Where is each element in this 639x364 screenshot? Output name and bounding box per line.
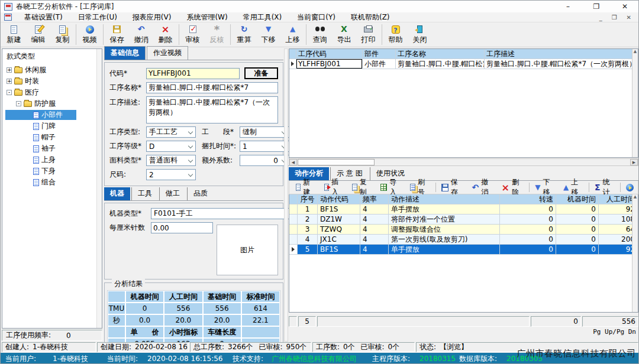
- tab-work-video[interactable]: 作业视频: [147, 46, 188, 60]
- tab-quality[interactable]: 品质: [187, 187, 214, 200]
- child-window-icon[interactable]: [4, 14, 12, 21]
- tree-item-upper-body[interactable]: 上身: [5, 155, 102, 165]
- code-input[interactable]: [146, 68, 240, 79]
- tree-item-door-plate[interactable]: 门牌: [5, 121, 102, 131]
- size-select[interactable]: 2: [146, 169, 196, 180]
- action-move-up-button[interactable]: ▲上移: [559, 181, 588, 193]
- move-up-button[interactable]: ▲上移: [280, 22, 305, 47]
- action-table-row[interactable]: 4 JX1C 4 第一次剪线(取及放剪刀) 0 0 200: [289, 235, 638, 245]
- frequency-header[interactable]: 频率: [360, 194, 389, 204]
- seq-header[interactable]: 序号: [298, 194, 318, 204]
- tree-item-hat[interactable]: 帽子: [5, 132, 102, 142]
- save-button[interactable]: 保存: [105, 22, 129, 47]
- help-button[interactable]: ?帮助: [383, 22, 408, 47]
- tree-item-sleeve[interactable]: 袖子: [5, 144, 102, 154]
- tree-item-casual[interactable]: +休闲服: [5, 65, 102, 75]
- action-insert-button[interactable]: 插入: [320, 181, 348, 193]
- action-play-button[interactable]: [622, 181, 638, 193]
- action-undo-button[interactable]: ↶撤消: [467, 181, 497, 193]
- action-save-button[interactable]: 保存: [437, 181, 467, 193]
- process-name-input[interactable]: [146, 82, 278, 93]
- action-new-button[interactable]: 新建: [292, 181, 320, 193]
- copy-button[interactable]: 复制: [50, 22, 75, 47]
- delete-button[interactable]: ×删除: [153, 22, 178, 47]
- menu-item-current-window[interactable]: 当前窗口(Y): [289, 12, 343, 22]
- tree-item-protective[interactable]: -防护服: [5, 99, 102, 109]
- middle-scrollbar[interactable]: [284, 48, 288, 342]
- action-table-row-selected[interactable]: 5 BF1S 4 单手摆放 0 0 92: [289, 245, 638, 255]
- bundle-time-select[interactable]: 1: [240, 141, 289, 152]
- expand-icon[interactable]: +: [7, 79, 12, 84]
- close-button[interactable]: ✕: [621, 2, 629, 11]
- scroll-right-icon[interactable]: ▶: [630, 159, 638, 165]
- speed-header[interactable]: 转速: [500, 194, 556, 204]
- export-button[interactable]: X导出: [332, 22, 356, 47]
- action-table-row[interactable]: 3 TZWQ 4 调整握取缝合位 0 0 64: [289, 225, 638, 235]
- tab-machine[interactable]: 机器: [104, 187, 130, 200]
- tree-scrollbar[interactable]: [96, 49, 102, 328]
- audit-button[interactable]: ✓审核: [180, 22, 205, 47]
- process-table-hscrollbar[interactable]: ◀ ▶: [289, 158, 638, 166]
- action-table-scrollbar[interactable]: ▲: [632, 194, 638, 312]
- stitch-density-input[interactable]: [151, 222, 213, 233]
- action-renumber-button[interactable]: 刷号: [406, 181, 434, 193]
- scroll-left-icon[interactable]: ◀: [289, 159, 297, 165]
- close-window-button[interactable]: 关闭: [408, 22, 432, 47]
- process-code-header[interactable]: 工序代码: [296, 49, 363, 59]
- collapse-icon[interactable]: -: [7, 90, 12, 95]
- collapse-icon[interactable]: -: [16, 101, 21, 106]
- tree-item-lower-body[interactable]: 下身: [5, 166, 102, 176]
- recalc-button[interactable]: ↻重算: [232, 22, 256, 47]
- prepare-button[interactable]: 准备: [244, 67, 278, 79]
- action-move-down-button[interactable]: ▼下移: [531, 181, 559, 193]
- print-button[interactable]: 打印: [356, 22, 380, 47]
- restore-button[interactable]: ❐: [592, 2, 601, 11]
- process-table-row[interactable]: YLFHFBJ001 小部件 剪量袖口.脚口.中腰.帽口松紧*7 剪量袖口.脚口…: [289, 59, 638, 69]
- tab-tools[interactable]: 工具: [131, 187, 158, 200]
- undo-button[interactable]: ↶撤消: [129, 22, 153, 47]
- search-button[interactable]: 查询: [308, 22, 332, 47]
- fabric-type-select[interactable]: 普通面料: [146, 155, 196, 166]
- process-desc-textarea[interactable]: 剪量袖口.脚口.中腰.帽口松紧*7（一次剪两根）: [146, 96, 278, 124]
- process-name-header[interactable]: 工序名称: [396, 49, 485, 59]
- menu-item-system[interactable]: 系统管理(W): [179, 12, 235, 22]
- tab-workmanship[interactable]: 做工: [159, 187, 186, 200]
- tab-basic-info[interactable]: 基础信息: [104, 46, 146, 60]
- menu-item-help[interactable]: 联机帮助(Z): [343, 12, 398, 22]
- process-type-select[interactable]: 手工工艺: [146, 126, 196, 138]
- process-table-scrollbar[interactable]: ▲: [632, 49, 638, 157]
- child-restore-button[interactable]: ❐: [612, 14, 617, 21]
- grade-select[interactable]: D: [146, 141, 196, 152]
- part-header[interactable]: 部件: [363, 49, 396, 59]
- action-desc-header[interactable]: 动作描述: [389, 194, 500, 204]
- move-down-button[interactable]: ▼下移: [256, 22, 280, 47]
- extra-factor-select[interactable]: 0: [240, 155, 289, 166]
- tree-item-small-parts[interactable]: 小部件: [5, 110, 76, 120]
- action-code-header[interactable]: 动作代码: [318, 194, 360, 204]
- action-copy-button[interactable]: 复制: [348, 181, 376, 193]
- menu-item-tools[interactable]: 常用工具(X): [235, 12, 290, 22]
- tree-item-medical[interactable]: -医疗: [5, 87, 102, 98]
- video-button[interactable]: 视频: [78, 22, 102, 47]
- action-delete-button[interactable]: ×删除: [498, 181, 528, 193]
- stage-select[interactable]: 缝制: [240, 126, 289, 138]
- machine-time-header[interactable]: 机器时间: [556, 194, 599, 204]
- child-minimize-button[interactable]: _: [599, 14, 602, 21]
- action-stats-button[interactable]: Σ统计: [590, 181, 619, 193]
- new-button[interactable]: 新建: [2, 22, 26, 47]
- child-close-button[interactable]: ✕: [627, 14, 631, 21]
- action-table-row[interactable]: 2 DZ1W 4 将部件对准一个位置 0 0 108: [289, 214, 638, 225]
- menu-item-reports[interactable]: 报表应用(V): [125, 12, 179, 22]
- tree-item-fashion[interactable]: +时装: [5, 76, 102, 86]
- minimize-button[interactable]: –: [564, 2, 572, 11]
- menu-item-basic-settings[interactable]: 基础设置(T): [17, 12, 70, 22]
- picture-box[interactable]: 图片: [217, 225, 278, 275]
- expand-icon[interactable]: +: [7, 67, 12, 73]
- hscroll-thumb[interactable]: [298, 159, 375, 165]
- action-table-row[interactable]: 1 BF1S 4 单手摆放 0 0 92: [289, 204, 638, 214]
- menu-item-daily-work[interactable]: 日常工作(U): [70, 12, 125, 22]
- process-desc-header[interactable]: 工序描述: [485, 49, 638, 59]
- action-import-button[interactable]: 导入: [376, 181, 406, 193]
- edit-button[interactable]: 编辑: [26, 22, 50, 47]
- tree-item-combined[interactable]: 组合: [5, 177, 102, 187]
